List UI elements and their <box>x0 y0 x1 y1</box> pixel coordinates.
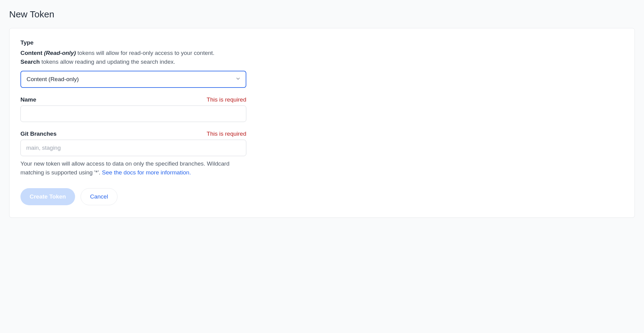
branches-label: Git Branches <box>20 131 56 137</box>
type-label: Type <box>20 39 34 46</box>
field-branches: Git Branches This is required Your new t… <box>20 131 246 177</box>
type-select[interactable]: Content (Read-only) <box>20 71 246 88</box>
type-desc-search-bold: Search <box>20 59 40 65</box>
branches-error: This is required <box>207 131 246 137</box>
form-card: Type Content (Read-only) tokens will all… <box>9 28 635 218</box>
type-select-wrapper: Content (Read-only) <box>20 71 246 88</box>
branches-input[interactable] <box>20 140 246 156</box>
name-input[interactable] <box>20 106 246 122</box>
type-description: Content (Read-only) tokens will allow fo… <box>20 48 246 66</box>
name-label: Name <box>20 96 36 103</box>
form-content: Type Content (Read-only) tokens will all… <box>20 39 246 205</box>
create-token-button[interactable]: Create Token <box>20 188 75 205</box>
field-name: Name This is required <box>20 96 246 122</box>
page-title: New Token <box>9 9 635 20</box>
type-desc-content-rest: tokens will allow for read-only access t… <box>78 50 215 56</box>
type-desc-content-bold: Content <box>20 50 42 56</box>
branches-help: Your new token will allow access to data… <box>20 159 246 177</box>
type-desc-readonly-bold: (Read-only) <box>44 50 76 56</box>
button-row: Create Token Cancel <box>20 188 246 205</box>
field-type: Type Content (Read-only) tokens will all… <box>20 39 246 88</box>
name-error: This is required <box>207 96 246 103</box>
branches-help-link[interactable]: See the docs for more information. <box>102 169 191 176</box>
cancel-button[interactable]: Cancel <box>81 188 118 205</box>
type-desc-search-rest: tokens allow reading and updating the se… <box>42 59 175 65</box>
